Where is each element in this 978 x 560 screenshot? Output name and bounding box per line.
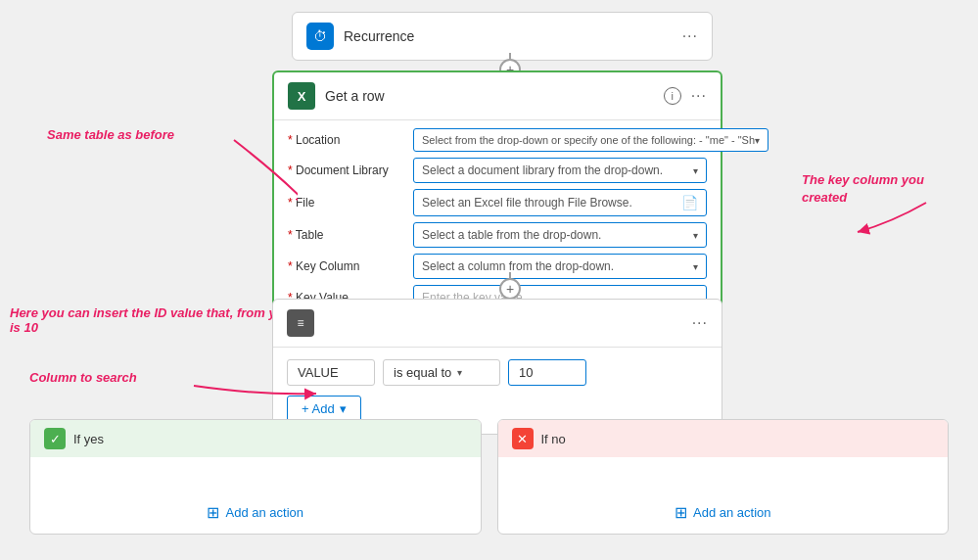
location-input[interactable]: Select from the drop-down or specify one… (413, 128, 768, 152)
operator-dropdown-arrow: ▾ (457, 367, 462, 378)
filter-block: ≡ ··· is equal to ▾ + Add ▾ (272, 299, 722, 435)
if-yes-add-action-button[interactable]: ⊞ Add an action (207, 503, 303, 522)
if-yes-header: ✓ If yes (30, 420, 481, 457)
file-input[interactable]: Select an Excel file through File Browse… (413, 189, 707, 216)
annotation-column-search: Column to search (29, 370, 137, 385)
excel-icon: X (288, 82, 315, 110)
filter-menu-button[interactable]: ··· (692, 314, 708, 332)
location-label: * Location (288, 133, 405, 147)
table-field-row: * Table Select a table from the drop-dow… (288, 222, 707, 248)
get-row-fields: * Location Select from the drop-down or … (274, 120, 721, 328)
recurrence-icon: ⏱ (306, 23, 334, 50)
if-no-add-action-label: Add an action (693, 505, 771, 520)
location-field-row: * Location Select from the drop-down or … (288, 128, 707, 152)
if-yes-label: If yes (73, 432, 104, 446)
doc-library-input[interactable]: Select a document library from the drop-… (413, 158, 707, 183)
filter-icon: ≡ (287, 309, 314, 337)
add-filter-button[interactable]: + Add ▾ (287, 396, 361, 422)
if-no-block: ✕ If no ⊞ Add an action (497, 419, 950, 535)
doc-library-label: * Document Library (288, 163, 405, 177)
if-yes-add-action-label: Add an action (225, 505, 303, 520)
if-yes-block: ✓ If yes ⊞ Add an action (29, 419, 482, 535)
filter-header: ≡ ··· (273, 300, 722, 348)
info-button[interactable]: i (664, 87, 681, 105)
annotation-key-column: The key column youcreated (802, 171, 949, 207)
key-column-input[interactable]: Select a column from the drop-down. ▾ (413, 254, 707, 279)
add-dropdown-arrow: ▾ (340, 401, 347, 416)
if-no-inner: ⊞ Add an action (498, 457, 949, 534)
condition-row: ✓ If yes ⊞ Add an action ✕ If no ⊞ Add a… (29, 419, 949, 535)
filter-operator-dropdown[interactable]: is equal to ▾ (383, 359, 500, 386)
key-column-field-row: * Key Column Select a column from the dr… (288, 254, 707, 279)
doc-library-field-row: * Document Library Select a document lib… (288, 158, 707, 183)
x-icon: ✕ (512, 428, 534, 449)
if-no-label: If no (541, 432, 566, 446)
add-action-icon-yes: ⊞ (207, 503, 219, 522)
recurrence-title: Recurrence (344, 28, 673, 44)
get-row-title: Get a row (325, 88, 654, 104)
check-icon: ✓ (44, 428, 66, 449)
add-action-icon-no: ⊞ (675, 503, 687, 522)
add-filter-label: + Add (302, 401, 335, 416)
if-no-header: ✕ If no (498, 420, 949, 457)
get-row-header: X Get a row i ··· (274, 72, 721, 120)
file-label: * File (288, 196, 405, 210)
get-row-block: X Get a row i ··· * Location Select from… (272, 70, 722, 330)
if-no-add-action-button[interactable]: ⊞ Add an action (675, 503, 771, 522)
filter-number-input[interactable] (508, 359, 586, 386)
table-label: * Table (288, 228, 405, 242)
connector-plus-2[interactable]: + (499, 278, 521, 300)
get-row-menu-button[interactable]: ··· (691, 87, 707, 105)
filter-operator-label: is equal to (394, 365, 451, 380)
file-field-row: * File Select an Excel file through File… (288, 189, 707, 216)
if-yes-inner: ⊞ Add an action (30, 457, 481, 534)
key-column-label: * Key Column (288, 259, 405, 273)
recurrence-menu-button[interactable]: ··· (682, 27, 698, 45)
table-input[interactable]: Select a table from the drop-down. ▾ (413, 222, 707, 248)
filter-column-input[interactable] (287, 359, 375, 386)
annotation-same-table: Same table as before (47, 127, 174, 142)
filter-row: is equal to ▾ (287, 359, 708, 386)
